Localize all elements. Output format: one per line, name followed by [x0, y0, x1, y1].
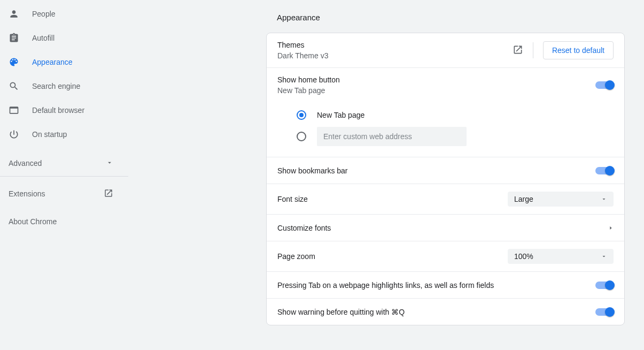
row-bookmarks-bar: Show bookmarks bar: [267, 157, 624, 184]
power-icon: [9, 129, 19, 140]
home-button-options: New Tab page: [267, 102, 624, 157]
sidebar-advanced-toggle[interactable]: Advanced: [9, 153, 128, 174]
chevron-down-icon: [106, 159, 113, 168]
quit-warning-title: Show warning before quitting with ⌘Q: [277, 308, 405, 316]
themes-title: Themes: [277, 41, 513, 49]
chevron-right-icon: [608, 224, 614, 232]
sidebar-item-appearance[interactable]: Appearance: [9, 51, 128, 73]
toggle-tab-highlight[interactable]: [595, 281, 614, 289]
page-zoom-title: Page zoom: [277, 252, 315, 261]
radio-option-new-tab[interactable]: New Tab page: [297, 104, 614, 126]
sidebar-item-people[interactable]: People: [9, 3, 128, 25]
reset-to-default-button[interactable]: Reset to default: [543, 41, 614, 59]
toggle-bookmarks-bar[interactable]: [595, 167, 614, 174]
font-size-value: Large: [514, 195, 533, 203]
radio-icon[interactable]: [297, 132, 306, 141]
person-icon: [9, 9, 19, 19]
external-link-icon[interactable]: [513, 44, 523, 57]
radio-label-new-tab: New Tab page: [317, 111, 364, 119]
font-size-title: Font size: [277, 195, 308, 203]
advanced-label: Advanced: [9, 159, 42, 168]
home-button-sub: New Tab page: [277, 86, 595, 95]
page-zoom-value: 100%: [514, 252, 533, 261]
toggle-show-home-button[interactable]: [595, 81, 614, 89]
palette-icon: [9, 57, 19, 67]
chevron-down-icon: [601, 196, 607, 202]
settings-main: Appearance Themes Dark Theme v3 Reset to…: [128, 0, 644, 350]
sidebar-item-label: Default browser: [32, 106, 84, 115]
external-link-icon: [104, 188, 113, 200]
customize-fonts-title: Customize fonts: [277, 224, 331, 232]
sidebar-item-search-engine[interactable]: Search engine: [9, 75, 128, 97]
browser-icon: [9, 105, 19, 116]
row-tab-highlight: Pressing Tab on a webpage highlights lin…: [267, 271, 624, 298]
row-page-zoom: Page zoom 100%: [267, 241, 624, 271]
row-quit-warning: Show warning before quitting with ⌘Q: [267, 298, 624, 325]
toggle-quit-warning[interactable]: [595, 308, 614, 316]
sidebar-item-extensions[interactable]: Extensions: [9, 183, 128, 204]
bookmarks-bar-title: Show bookmarks bar: [277, 166, 348, 175]
search-icon: [9, 81, 19, 92]
radio-option-custom[interactable]: [297, 126, 614, 147]
appearance-card: Themes Dark Theme v3 Reset to default Sh…: [266, 33, 625, 325]
sidebar-item-label: Autofill: [32, 34, 55, 42]
tab-highlight-title: Pressing Tab on a webpage highlights lin…: [277, 281, 494, 290]
extensions-label: Extensions: [9, 189, 45, 198]
chevron-down-icon: [601, 253, 607, 260]
font-size-select[interactable]: Large: [508, 192, 614, 207]
row-customize-fonts[interactable]: Customize fonts: [267, 214, 624, 241]
home-button-title: Show home button: [277, 75, 595, 84]
sidebar-divider: [0, 176, 128, 177]
sidebar-item-label: People: [32, 10, 56, 18]
divider: [533, 42, 533, 58]
sidebar-item-label: Search engine: [32, 82, 80, 90]
radio-icon[interactable]: [297, 110, 306, 120]
about-label: About Chrome: [9, 217, 57, 226]
settings-sidebar: People Autofill Appearance Search engine…: [0, 0, 128, 350]
sidebar-item-about[interactable]: About Chrome: [9, 211, 128, 232]
sidebar-item-autofill[interactable]: Autofill: [9, 27, 128, 49]
sidebar-item-label: On startup: [32, 130, 67, 139]
page-zoom-select[interactable]: 100%: [508, 249, 614, 264]
sidebar-item-label: Appearance: [32, 58, 73, 66]
row-themes[interactable]: Themes Dark Theme v3 Reset to default: [267, 33, 624, 67]
page-title: Appearance: [266, 13, 625, 22]
clipboard-icon: [9, 33, 19, 43]
custom-web-address-input[interactable]: [317, 127, 467, 146]
sidebar-item-on-startup[interactable]: On startup: [9, 124, 128, 145]
themes-subtitle: Dark Theme v3: [277, 51, 513, 60]
row-font-size: Font size Large: [267, 184, 624, 214]
row-show-home-button: Show home button New Tab page: [267, 67, 624, 102]
sidebar-item-default-browser[interactable]: Default browser: [9, 100, 128, 121]
